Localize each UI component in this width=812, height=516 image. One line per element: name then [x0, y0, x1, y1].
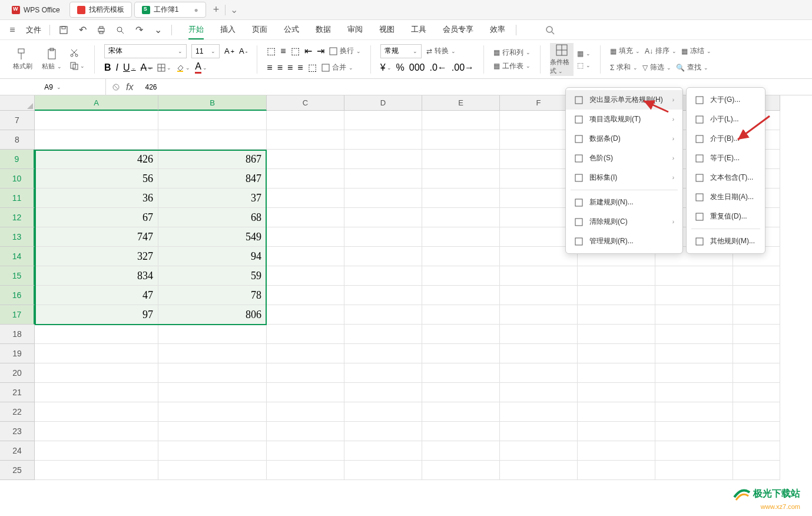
cell-A13[interactable]: 747 [35, 227, 158, 247]
cell-F20[interactable] [500, 363, 578, 383]
row-header-12[interactable]: 12 [0, 208, 35, 227]
increase-indent-icon[interactable]: ⇥ [317, 45, 324, 57]
menu-tab-5[interactable]: 审阅 [347, 21, 363, 39]
cell-D23[interactable] [344, 422, 422, 441]
cell-C11[interactable] [267, 188, 344, 208]
cell-F16[interactable] [500, 286, 578, 305]
paste-button[interactable]: 粘贴 ⌄ [40, 43, 64, 76]
cell-D22[interactable] [344, 402, 422, 422]
wrap-text-button[interactable]: 换行 ⌄ [329, 46, 361, 56]
cell-F19[interactable] [500, 344, 578, 363]
cell-E12[interactable] [422, 208, 500, 227]
cell-A20[interactable] [35, 363, 158, 383]
cell-A21[interactable] [35, 383, 158, 402]
cell-H25[interactable] [655, 461, 733, 480]
cell-B10[interactable]: 847 [158, 169, 267, 188]
worksheet-button[interactable]: ▦ 工作表 ⌄ [493, 61, 531, 71]
cell-F24[interactable] [500, 441, 578, 461]
new-tab-button[interactable]: + [213, 4, 220, 16]
cell-A11[interactable]: 36 [35, 188, 158, 208]
cell-I25[interactable] [733, 461, 780, 480]
cell-G17[interactable] [578, 305, 655, 325]
cell-B25[interactable] [158, 461, 267, 480]
cell-H23[interactable] [655, 422, 733, 441]
align-top-icon[interactable]: ⬚ [267, 45, 276, 57]
cell-B20[interactable] [158, 363, 267, 383]
cell-A17[interactable]: 97 [35, 305, 158, 325]
cell-A16[interactable]: 47 [35, 286, 158, 305]
menu-tab-9[interactable]: 效率 [490, 21, 505, 39]
cell-C12[interactable] [267, 208, 344, 227]
menu-item[interactable]: 管理规则(R)... [566, 231, 682, 251]
undo-icon[interactable]: ↶ [77, 25, 88, 35]
cell-B14[interactable]: 94 [158, 247, 267, 266]
cell-B23[interactable] [158, 422, 267, 441]
cell-A7[interactable] [35, 111, 158, 130]
cell-B8[interactable] [158, 130, 267, 150]
cell-I16[interactable] [733, 286, 780, 305]
app-tab-template[interactable]: 找稻壳模板 [69, 2, 132, 18]
cell-C10[interactable] [267, 169, 344, 188]
cell-C7[interactable] [267, 111, 344, 130]
cell-G23[interactable] [578, 422, 655, 441]
cell-D12[interactable] [344, 208, 422, 227]
cell-I21[interactable] [733, 383, 780, 402]
file-menu[interactable]: 文件 [26, 25, 41, 35]
cell-G22[interactable] [578, 402, 655, 422]
app-tab-wps[interactable]: WPS Office [5, 4, 67, 16]
row-header-10[interactable]: 10 [0, 169, 35, 188]
distribute-icon[interactable]: ⬚ [308, 62, 317, 73]
select-all-corner[interactable] [0, 95, 35, 111]
cell-A18[interactable] [35, 325, 158, 344]
menu-item[interactable]: 大于(G)... [687, 90, 765, 110]
cell-C8[interactable] [267, 130, 344, 150]
menu-item[interactable]: 突出显示单元格规则(H)› [566, 90, 682, 110]
cell-A24[interactable] [35, 441, 158, 461]
menu-item[interactable]: 图标集(I)› [566, 168, 682, 187]
cell-G25[interactable] [578, 461, 655, 480]
format-button[interactable]: ⬚ ⌄ [577, 61, 591, 70]
row-header-22[interactable]: 22 [0, 402, 35, 422]
menu-tab-0[interactable]: 开始 [188, 21, 204, 39]
cell-D19[interactable] [344, 344, 422, 363]
cell-H17[interactable] [655, 305, 733, 325]
fill-button[interactable]: ▦ 填充 ⌄ [610, 46, 640, 56]
cell-D8[interactable] [344, 130, 422, 150]
cell-H21[interactable] [655, 383, 733, 402]
cell-A19[interactable] [35, 344, 158, 363]
cell-E11[interactable] [422, 188, 500, 208]
decrease-indent-icon[interactable]: ⇤ [304, 45, 312, 57]
cell-H15[interactable] [655, 266, 733, 286]
cell-G21[interactable] [578, 383, 655, 402]
cell-A12[interactable]: 67 [35, 208, 158, 227]
cell-D11[interactable] [344, 188, 422, 208]
conditional-format-button[interactable]: 条件格式 ⌄ [550, 43, 574, 76]
cell-E20[interactable] [422, 363, 500, 383]
sum-button[interactable]: Σ 求和 ⌄ [610, 62, 638, 72]
cell-styles-button[interactable]: ▦ ⌄ [577, 49, 591, 58]
cell-C24[interactable] [267, 441, 344, 461]
cell-G19[interactable] [578, 344, 655, 363]
cell-C9[interactable] [267, 150, 344, 169]
name-box[interactable]: A9 ⌄ [0, 79, 106, 95]
menu-item[interactable]: 介于(B)... [687, 129, 765, 148]
row-header-7[interactable]: 7 [0, 111, 35, 130]
menu-tab-4[interactable]: 数据 [316, 21, 331, 39]
col-header-C[interactable]: C [267, 95, 344, 111]
row-header-11[interactable]: 11 [0, 188, 35, 208]
align-bottom-icon[interactable]: ⬚ [291, 45, 300, 57]
borders-icon[interactable]: ⌄ [157, 64, 171, 72]
filter-button[interactable]: ▽ 筛选 ⌄ [642, 62, 671, 72]
cell-E7[interactable] [422, 111, 500, 130]
cell-C22[interactable] [267, 402, 344, 422]
cell-G20[interactable] [578, 363, 655, 383]
cell-A23[interactable] [35, 422, 158, 441]
cell-F23[interactable] [500, 422, 578, 441]
cell-I22[interactable] [733, 402, 780, 422]
cell-F22[interactable] [500, 402, 578, 422]
app-tab-workbook[interactable]: 工作簿1 ● [134, 2, 206, 18]
col-header-A[interactable]: A [35, 95, 158, 111]
cancel-icon[interactable] [112, 83, 120, 91]
cell-B19[interactable] [158, 344, 267, 363]
font-color-icon[interactable]: A ⌄ [195, 61, 207, 74]
